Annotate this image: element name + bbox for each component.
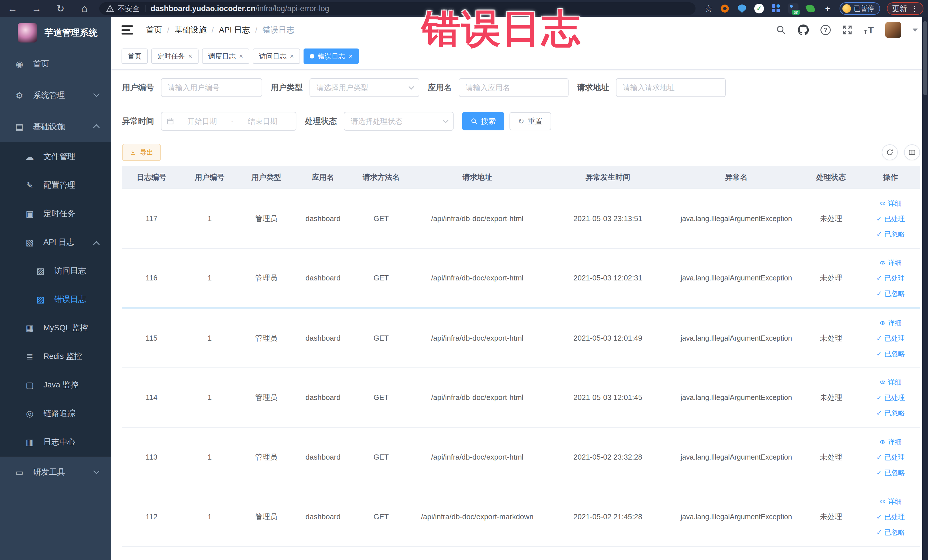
mark-ignored-link[interactable]: ✓已忽略 [876, 227, 905, 241]
font-size-icon[interactable]: TT [864, 24, 874, 36]
extension-shield-icon[interactable] [737, 3, 747, 14]
help-icon[interactable]: ? [820, 25, 831, 35]
date-range-picker[interactable]: 开始日期 - 结束日期 [161, 112, 296, 131]
github-icon[interactable] [798, 24, 809, 36]
main-panel: 首页 / 基础设施 / API 日志 / 错误日志 ? TT [111, 17, 928, 560]
tab-job-log[interactable]: 调度日志 × [202, 49, 249, 64]
detail-link[interactable]: 详细 [879, 197, 902, 210]
sidebar-item-log-center[interactable]: ▥ 日志中心 [0, 428, 111, 456]
mark-ignored-link[interactable]: ✓已忽略 [876, 287, 905, 301]
col-exception: 异常名 [672, 166, 801, 189]
fullscreen-icon[interactable] [842, 25, 852, 35]
extension-check-icon[interactable]: ✓ [754, 3, 764, 14]
close-icon[interactable]: × [188, 53, 192, 60]
column-settings-button[interactable] [904, 144, 920, 160]
database-icon: ≣ [23, 351, 36, 362]
check-icon: ✓ [876, 230, 882, 238]
sidebar-item-system[interactable]: ⚙ 系统管理 [0, 79, 111, 111]
sidebar-item-file[interactable]: ☁ 文件管理 [0, 142, 111, 171]
sidebar-item-redis[interactable]: ≣ Redis 监控 [0, 342, 111, 371]
sidebar-item-label: 错误日志 [54, 294, 86, 305]
profile-paused-badge[interactable]: 已暂停 [839, 2, 880, 15]
sidebar-item-trace[interactable]: ◎ 链路追踪 [0, 399, 111, 428]
sidebar-item-access-log[interactable]: ▨ 访问日志 [0, 256, 111, 285]
process-status-select[interactable]: 请选择处理状态 [344, 112, 453, 131]
sidebar-item-job[interactable]: ▣ 定时任务 [0, 200, 111, 228]
page-scrollbar[interactable] [922, 17, 928, 560]
back-icon[interactable]: ← [5, 2, 21, 15]
extension-on-badge-icon[interactable]: on [788, 3, 798, 14]
mark-ignored-link[interactable]: ✓已忽略 [876, 347, 905, 360]
extension-grid-icon[interactable] [771, 3, 781, 14]
sidebar-item-config[interactable]: ✎ 配置管理 [0, 171, 111, 200]
filter-process-status: 处理状态 请选择处理状态 [305, 112, 453, 131]
mark-ignored-link[interactable]: ✓已忽略 [876, 466, 905, 479]
refresh-table-button[interactable] [882, 144, 898, 160]
mark-ignored-link[interactable]: ✓已忽略 [876, 525, 905, 539]
user-id-input[interactable] [161, 78, 262, 97]
search-icon[interactable] [776, 25, 786, 35]
address-bar[interactable]: 不安全 dashboard.yudao.iocoder.cn /infra/lo… [99, 2, 696, 15]
home-icon[interactable]: ⌂ [76, 2, 92, 15]
avatar-caret-icon[interactable] [913, 29, 918, 32]
col-user-type: 用户类型 [238, 166, 294, 189]
detail-link[interactable]: 详细 [879, 256, 902, 270]
app-name-input[interactable] [459, 78, 569, 97]
user-avatar[interactable] [885, 22, 901, 38]
forward-icon[interactable]: → [29, 2, 44, 15]
mark-processed-link[interactable]: ✓已处理 [876, 510, 905, 524]
sidebar-item-error-log[interactable]: ▨ 错误日志 [0, 285, 111, 314]
breadcrumb-api-log[interactable]: API 日志 [219, 24, 250, 35]
sidebar-item-mysql[interactable]: ▦ MySQL 监控 [0, 314, 111, 342]
cell-app: dashboard [295, 308, 352, 368]
sidebar-item-infra[interactable]: ▤ 基础设施 [0, 111, 111, 142]
sidebar-item-java[interactable]: ▢ Java 监控 [0, 371, 111, 399]
select-placeholder: 请选择处理状态 [351, 116, 403, 127]
request-url-input[interactable] [616, 78, 726, 97]
export-button[interactable]: 导出 [122, 144, 161, 161]
detail-link[interactable]: 详细 [879, 435, 902, 449]
close-icon[interactable]: × [239, 53, 243, 60]
close-icon[interactable]: × [349, 53, 353, 60]
toolbox-icon: ▭ [13, 467, 26, 477]
tab-home[interactable]: 首页 [122, 49, 148, 64]
browser-update-button[interactable]: 更新 ⋮ [887, 2, 923, 15]
mark-processed-link[interactable]: ✓已处理 [876, 271, 905, 285]
cell-time: 2021-05-02 23:32:28 [544, 427, 672, 487]
mark-ignored-link[interactable]: ✓已忽略 [876, 406, 905, 420]
extension-orange-icon[interactable] [720, 3, 730, 14]
mark-processed-link[interactable]: ✓已处理 [876, 450, 905, 464]
reload-icon[interactable]: ↻ [52, 2, 69, 15]
eye-icon [879, 200, 886, 206]
mark-processed-link[interactable]: ✓已处理 [876, 331, 905, 345]
tab-error-log[interactable]: 错误日志 × [304, 49, 359, 64]
check-icon: ✓ [876, 513, 882, 521]
kebab-menu-icon[interactable]: ⋮ [911, 4, 918, 13]
scrollbar-thumb[interactable] [923, 21, 927, 95]
extensions-puzzle-icon[interactable]: + [823, 3, 833, 14]
detail-link[interactable]: 详细 [879, 375, 902, 389]
detail-link[interactable]: 详细 [879, 495, 902, 508]
sidebar-item-dev-tools[interactable]: ▭ 研发工具 [0, 456, 111, 488]
cell-status: 未处理 [801, 189, 861, 249]
mark-processed-link[interactable]: ✓已处理 [876, 391, 905, 404]
tab-job[interactable]: 定时任务 × [151, 49, 198, 64]
close-icon[interactable]: × [290, 53, 294, 60]
extension-leaf-icon[interactable] [805, 3, 816, 14]
hamburger-icon[interactable] [122, 25, 133, 35]
cell-url: /api/infra/db-doc/export-html [411, 249, 544, 308]
eye-icon: ◎ [23, 409, 36, 418]
cell-log-id: 117 [122, 189, 181, 249]
mark-processed-link[interactable]: ✓已处理 [876, 212, 905, 226]
reset-button[interactable]: ↻ 重置 [510, 112, 551, 130]
breadcrumb-infra[interactable]: 基础设施 [175, 24, 206, 35]
sidebar-item-home[interactable]: ◉ 首页 [0, 48, 111, 79]
sidebar-item-api-log[interactable]: ▧ API 日志 [0, 228, 111, 256]
search-button[interactable]: 搜索 [462, 112, 504, 130]
chevron-up-icon [93, 124, 100, 131]
bookmark-star-icon[interactable]: ☆ [704, 3, 713, 14]
tab-access-log[interactable]: 访问日志 × [253, 49, 300, 64]
detail-link[interactable]: 详细 [879, 316, 902, 330]
user-type-select[interactable]: 请选择用户类型 [310, 78, 419, 97]
breadcrumb-home[interactable]: 首页 [146, 24, 162, 35]
